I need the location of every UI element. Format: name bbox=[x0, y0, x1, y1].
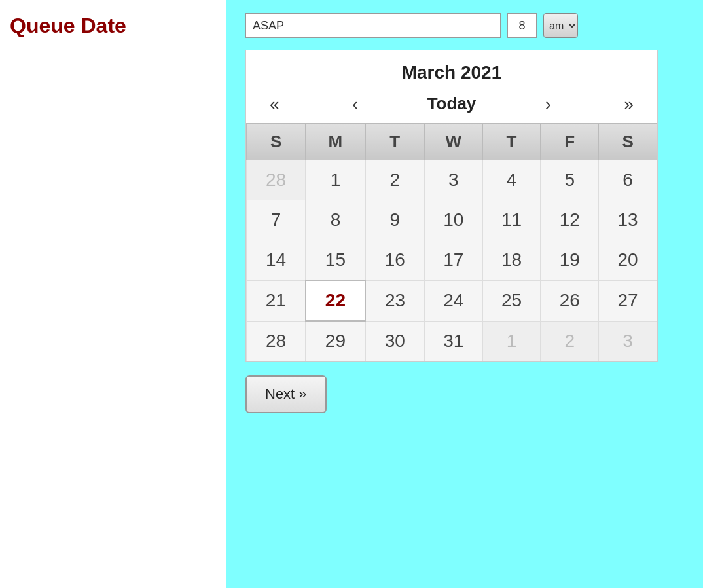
calendar-day[interactable]: 1 bbox=[306, 160, 366, 200]
calendar-day[interactable]: 18 bbox=[482, 240, 541, 281]
prev-month-button[interactable]: ‹ bbox=[348, 96, 362, 113]
calendar-week-row: 28123456 bbox=[247, 160, 657, 200]
calendar-day[interactable]: 2 bbox=[541, 321, 599, 361]
calendar-day[interactable]: 27 bbox=[599, 280, 657, 321]
calendar-day[interactable]: 9 bbox=[365, 200, 424, 240]
calendar-day[interactable]: 21 bbox=[247, 280, 306, 321]
day-header: S bbox=[247, 124, 306, 160]
prev-year-button[interactable]: « bbox=[266, 96, 283, 113]
calendar-day[interactable]: 14 bbox=[247, 240, 306, 281]
calendar-day[interactable]: 25 bbox=[482, 280, 541, 321]
calendar-day[interactable]: 7 bbox=[247, 200, 306, 240]
day-header-row: SMTWTFS bbox=[247, 124, 657, 160]
hour-input[interactable] bbox=[507, 13, 537, 38]
calendar-day[interactable]: 17 bbox=[424, 240, 482, 281]
calendar-day[interactable]: 6 bbox=[599, 160, 657, 200]
calendar-day[interactable]: 12 bbox=[541, 200, 599, 240]
calendar-week-row: 28293031123 bbox=[247, 321, 657, 361]
calendar-day[interactable]: 30 bbox=[365, 321, 424, 361]
day-header: T bbox=[482, 124, 541, 160]
calendar-week-row: 78910111213 bbox=[247, 200, 657, 240]
today-button[interactable]: Today bbox=[427, 94, 477, 114]
calendar-day[interactable]: 10 bbox=[424, 200, 482, 240]
calendar-day[interactable]: 20 bbox=[599, 240, 657, 281]
calendar-week-row: 14151617181920 bbox=[247, 240, 657, 281]
calendar-day[interactable]: 23 bbox=[365, 280, 424, 321]
calendar-day[interactable]: 19 bbox=[541, 240, 599, 281]
day-header: S bbox=[599, 124, 657, 160]
calendar-month-year: March 2021 bbox=[246, 50, 657, 90]
calendar-day[interactable]: 3 bbox=[424, 160, 482, 200]
calendar-day[interactable]: 28 bbox=[247, 160, 306, 200]
calendar-day[interactable]: 5 bbox=[541, 160, 599, 200]
calendar-day[interactable]: 8 bbox=[306, 200, 366, 240]
calendar-day[interactable]: 3 bbox=[599, 321, 657, 361]
top-controls: am pm bbox=[245, 13, 578, 38]
calendar-day[interactable]: 29 bbox=[306, 321, 366, 361]
asap-input[interactable] bbox=[245, 13, 501, 38]
calendar: March 2021 « ‹ Today › » SMTWTFS 2812345… bbox=[245, 50, 658, 362]
calendar-day[interactable]: 11 bbox=[482, 200, 541, 240]
next-year-button[interactable]: » bbox=[621, 96, 638, 113]
day-header: W bbox=[424, 124, 482, 160]
calendar-day[interactable]: 31 bbox=[424, 321, 482, 361]
calendar-day[interactable]: 28 bbox=[247, 321, 306, 361]
calendar-grid: SMTWTFS 28123456789101112131415161718192… bbox=[246, 123, 657, 361]
calendar-day[interactable]: 13 bbox=[599, 200, 657, 240]
calendar-day[interactable]: 26 bbox=[541, 280, 599, 321]
calendar-day[interactable]: 22 bbox=[306, 280, 366, 321]
calendar-day[interactable]: 15 bbox=[306, 240, 366, 281]
calendar-day[interactable]: 4 bbox=[482, 160, 541, 200]
calendar-week-row: 21222324252627 bbox=[247, 280, 657, 321]
calendar-nav: « ‹ Today › » bbox=[246, 90, 657, 123]
day-header: F bbox=[541, 124, 599, 160]
next-month-button[interactable]: › bbox=[541, 96, 555, 113]
page-title: Queue Date bbox=[10, 13, 126, 38]
calendar-day[interactable]: 24 bbox=[424, 280, 482, 321]
day-header: M bbox=[306, 124, 366, 160]
day-header: T bbox=[365, 124, 424, 160]
next-button[interactable]: Next » bbox=[245, 375, 327, 413]
calendar-day[interactable]: 2 bbox=[365, 160, 424, 200]
left-panel: Queue Date bbox=[0, 0, 226, 588]
calendar-day[interactable]: 16 bbox=[365, 240, 424, 281]
calendar-day[interactable]: 1 bbox=[482, 321, 541, 361]
ampm-select[interactable]: am pm bbox=[543, 13, 578, 38]
right-panel: am pm March 2021 « ‹ Today › » SMTWTFS 2… bbox=[226, 0, 703, 588]
